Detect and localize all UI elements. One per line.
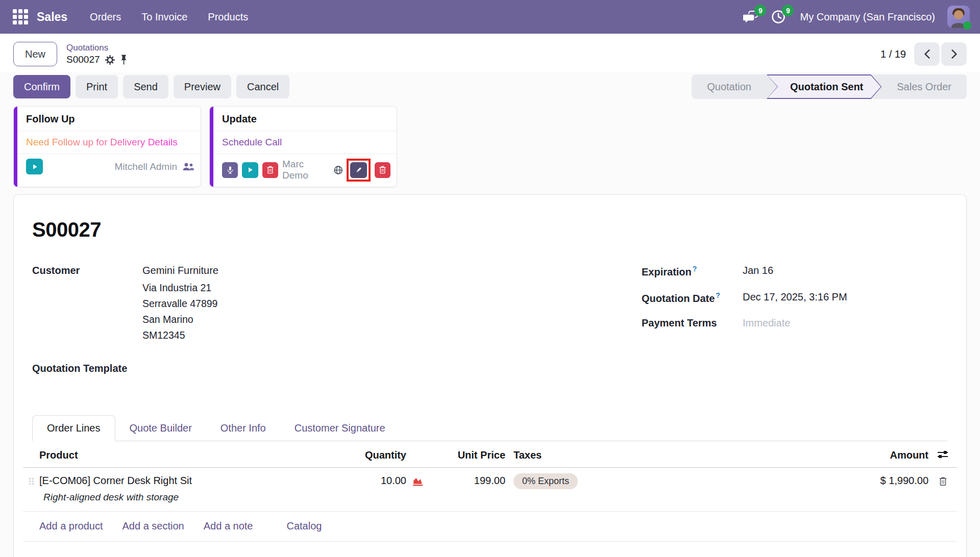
product-cell[interactable]: [E-COM06] Corner Desk Right Sit bbox=[39, 475, 304, 487]
expiration-field[interactable]: Jan 16 bbox=[743, 265, 773, 278]
tab-order-lines[interactable]: Order Lines bbox=[32, 415, 115, 441]
table-row[interactable]: [E-COM06] Corner Desk Right Sit Right-al… bbox=[23, 468, 957, 512]
customer-label: Customer bbox=[32, 265, 142, 343]
address-line: Via Industria 21 bbox=[142, 280, 218, 296]
notebook-tabs: Order Lines Quote Builder Other Info Cus… bbox=[32, 415, 948, 441]
quotation-date-field[interactable]: Dec 17, 2025, 3:16 PM bbox=[743, 291, 847, 305]
chevron-left-icon bbox=[924, 49, 930, 59]
address-line: Serravalle 47899 bbox=[142, 296, 218, 312]
product-description[interactable]: Right-aligned desk with storage bbox=[39, 492, 304, 503]
notes-area[interactable] bbox=[23, 542, 957, 557]
pager: 1 / 19 bbox=[880, 42, 967, 66]
activity-color-bar bbox=[14, 107, 17, 187]
tax-badge[interactable]: 0% Exports bbox=[513, 473, 578, 489]
pager-previous-button[interactable] bbox=[914, 42, 940, 66]
delete-activity-button[interactable] bbox=[262, 162, 278, 178]
company-switcher[interactable]: My Company (San Francisco) bbox=[800, 11, 935, 23]
payment-terms-label: Payment Terms bbox=[642, 317, 743, 329]
chevron-right-icon bbox=[951, 49, 958, 59]
trash-icon bbox=[379, 166, 386, 174]
pin-icon[interactable] bbox=[120, 55, 128, 65]
activity-cards: Follow Up Need Follow up for Delivery De… bbox=[0, 99, 980, 187]
pager-count: 1 / 19 bbox=[880, 48, 906, 60]
add-note-link[interactable]: Add a note bbox=[204, 520, 253, 532]
col-quantity[interactable]: Quantity bbox=[304, 449, 406, 461]
globe-icon[interactable] bbox=[334, 165, 343, 175]
payment-terms-field[interactable]: Immediate bbox=[743, 317, 790, 329]
help-icon[interactable]: ? bbox=[716, 291, 720, 299]
new-button[interactable]: New bbox=[13, 42, 57, 66]
activity-summary-text: Need Follow up for Delivery Details bbox=[26, 137, 178, 148]
activity-title: Follow Up bbox=[14, 107, 201, 131]
messages-badge: 9 bbox=[754, 5, 766, 16]
delete-activity-button[interactable] bbox=[375, 162, 390, 178]
top-navbar: Sales Orders To Invoice Products 9 9 My … bbox=[0, 0, 980, 34]
sliders-icon bbox=[937, 449, 948, 460]
add-section-link[interactable]: Add a section bbox=[122, 520, 184, 532]
record-voice-button[interactable] bbox=[222, 162, 238, 178]
app-name[interactable]: Sales bbox=[37, 10, 67, 24]
form-sheet: S00027 Customer Gemini Furniture Via Ind… bbox=[13, 194, 967, 557]
tab-customer-signature[interactable]: Customer Signature bbox=[280, 416, 400, 441]
tab-other-info[interactable]: Other Info bbox=[206, 416, 280, 441]
breadcrumb: Quotations S00027 bbox=[66, 43, 128, 65]
tab-quote-builder[interactable]: Quote Builder bbox=[115, 416, 206, 441]
activity-summary-link[interactable]: Need Follow up for Delivery Details bbox=[14, 131, 201, 154]
send-button[interactable]: Send bbox=[123, 75, 168, 98]
status-step-active-label: Quotation Sent bbox=[767, 81, 881, 93]
optional-columns-button[interactable] bbox=[928, 449, 957, 460]
delete-row-button[interactable] bbox=[928, 475, 957, 486]
page-title: S00027 bbox=[32, 218, 948, 241]
status-step-sales-order[interactable]: Sales Order bbox=[881, 74, 967, 99]
drag-handle[interactable] bbox=[29, 478, 34, 485]
menu-orders[interactable]: Orders bbox=[82, 6, 129, 28]
status-step-quotation-sent[interactable]: Quotation Sent bbox=[767, 74, 881, 99]
trash-icon bbox=[939, 476, 947, 486]
gear-icon[interactable] bbox=[105, 55, 115, 65]
catalog-link[interactable]: Catalog bbox=[286, 520, 322, 532]
activities-button[interactable]: 9 bbox=[769, 9, 788, 25]
apps-menu-icon[interactable] bbox=[10, 7, 31, 27]
unit-price-cell[interactable]: 199.00 bbox=[429, 475, 505, 487]
help-icon[interactable]: ? bbox=[693, 265, 697, 273]
customer-name-field[interactable]: Gemini Furniture bbox=[142, 265, 218, 276]
messages-button[interactable]: 9 bbox=[742, 9, 760, 25]
quotation-date-label: Quotation Date? bbox=[642, 291, 743, 305]
mark-done-button[interactable] bbox=[26, 159, 43, 174]
play-icon bbox=[31, 163, 38, 170]
col-unit-price[interactable]: Unit Price bbox=[429, 449, 505, 461]
trash-icon bbox=[266, 166, 274, 174]
activities-badge: 9 bbox=[782, 5, 794, 16]
edit-activity-button[interactable] bbox=[350, 162, 367, 178]
pager-next-button[interactable] bbox=[941, 42, 967, 66]
customer-address: Via Industria 21 Serravalle 47899 San Ma… bbox=[142, 280, 218, 343]
activity-footer: Marc Demo bbox=[210, 154, 397, 187]
mark-done-button[interactable] bbox=[242, 162, 258, 178]
cancel-button[interactable]: Cancel bbox=[236, 75, 289, 98]
address-line: SM12345 bbox=[142, 327, 218, 343]
col-product[interactable]: Product bbox=[39, 449, 304, 461]
col-amount[interactable]: Amount bbox=[664, 449, 928, 461]
control-panel: New Quotations S00027 bbox=[0, 34, 980, 72]
avatar[interactable] bbox=[947, 6, 970, 28]
table-header: Product Quantity Unit Price Taxes Amount bbox=[23, 441, 957, 468]
activity-card-update: Update Schedule Call bbox=[209, 106, 397, 187]
activity-summary-text: Schedule Call bbox=[222, 137, 282, 147]
confirm-button[interactable]: Confirm bbox=[13, 75, 70, 98]
microphone-icon bbox=[226, 166, 234, 174]
breadcrumb-quotations[interactable]: Quotations bbox=[66, 43, 128, 53]
status-step-quotation[interactable]: Quotation bbox=[692, 74, 767, 99]
activity-summary-link[interactable]: Schedule Call bbox=[210, 131, 397, 154]
add-product-link[interactable]: Add a product bbox=[39, 520, 103, 532]
quotation-template-label: Quotation Template bbox=[32, 363, 142, 374]
online-status-dot bbox=[963, 21, 971, 30]
menu-products[interactable]: Products bbox=[200, 6, 256, 28]
menu-to-invoice[interactable]: To Invoice bbox=[133, 6, 195, 28]
print-button[interactable]: Print bbox=[76, 75, 118, 98]
quantity-cell[interactable]: 10.00 bbox=[304, 475, 406, 487]
people-icon[interactable] bbox=[182, 162, 194, 171]
amount-cell: $ 1,990.00 bbox=[664, 475, 928, 487]
preview-button[interactable]: Preview bbox=[174, 75, 231, 98]
col-taxes[interactable]: Taxes bbox=[505, 449, 664, 461]
forecast-chart-icon[interactable] bbox=[406, 475, 429, 487]
